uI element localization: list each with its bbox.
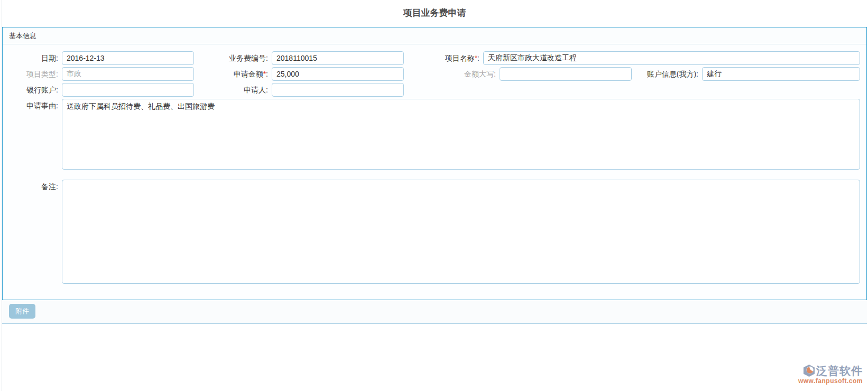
form-row-3: 银行账户: 申请人: xyxy=(3,83,863,97)
form-row-2: 项目类型: 申请金额*: 金额大写: 账户信息(我方): xyxy=(3,67,863,81)
account-info-label: 账户信息(我方): xyxy=(632,67,702,81)
brand-watermark: 泛普软件 www.fanpusoft.com xyxy=(798,364,863,384)
page-container: 项目业务费申请 基本信息 日期: 业务费编号: 项目名称*: 项目类型: 申请金 xyxy=(2,0,867,391)
fee-number-label: 业务费编号: xyxy=(194,51,272,65)
attachment-bar: 附件 xyxy=(2,300,867,324)
brand-line: 泛普软件 xyxy=(798,364,863,377)
apply-amount-input[interactable] xyxy=(272,67,404,81)
brand-url: www.fanpusoft.com xyxy=(798,378,863,384)
basic-info-form: 日期: 业务费编号: 项目名称*: 项目类型: 申请金额*: 金额大写: 账户信… xyxy=(3,44,866,300)
brand-name: 泛普软件 xyxy=(816,365,863,376)
amount-in-words-label: 金额大写: xyxy=(404,67,500,81)
form-row-1: 日期: 业务费编号: 项目名称*: xyxy=(3,51,863,65)
project-type-label: 项目类型: xyxy=(3,67,62,81)
remark-textarea[interactable] xyxy=(62,180,860,284)
project-name-label: 项目名称*: xyxy=(404,51,483,65)
bank-account-label: 银行账户: xyxy=(3,83,62,97)
attachment-content-area xyxy=(2,324,867,388)
basic-info-section-title: 基本信息 xyxy=(3,27,866,44)
brand-logo-icon xyxy=(802,364,816,377)
form-row-4: 申请事由: 送政府下属科员招待费、礼品费、出国旅游费 xyxy=(3,99,863,178)
attachment-button[interactable]: 附件 xyxy=(9,304,35,319)
apply-amount-label: 申请金额*: xyxy=(194,67,272,81)
basic-info-panel: 基本信息 日期: 业务费编号: 项目名称*: 项目类型: 申请金额*: xyxy=(2,27,867,300)
remark-label: 备注: xyxy=(3,180,62,192)
account-info-input[interactable] xyxy=(702,67,860,81)
apply-reason-label: 申请事由: xyxy=(3,99,62,111)
form-row-5: 备注: xyxy=(3,180,863,284)
project-type-input[interactable] xyxy=(62,67,194,81)
applicant-input[interactable] xyxy=(272,83,404,97)
applicant-label: 申请人: xyxy=(194,83,272,97)
project-name-input[interactable] xyxy=(483,51,860,65)
fee-number-input[interactable] xyxy=(272,51,404,65)
date-input[interactable] xyxy=(62,51,194,65)
page-title: 项目业务费申请 xyxy=(2,0,867,27)
bank-account-input[interactable] xyxy=(62,83,194,97)
date-label: 日期: xyxy=(3,51,62,65)
amount-in-words-input[interactable] xyxy=(500,67,632,81)
page: 项目业务费申请 基本信息 日期: 业务费编号: 项目名称*: 项目类型: 申请金 xyxy=(0,0,868,391)
apply-reason-textarea[interactable]: 送政府下属科员招待费、礼品费、出国旅游费 xyxy=(62,99,860,170)
